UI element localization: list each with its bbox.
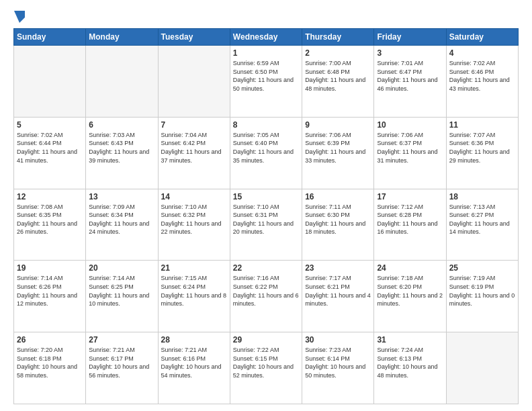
- calendar-cell: 31Sunrise: 7:24 AM Sunset: 6:13 PM Dayli…: [374, 332, 446, 404]
- day-info: Sunrise: 6:59 AM Sunset: 6:50 PM Dayligh…: [233, 59, 299, 93]
- day-info: Sunrise: 7:09 AM Sunset: 6:34 PM Dayligh…: [89, 203, 154, 236]
- day-info: Sunrise: 7:21 AM Sunset: 6:16 PM Dayligh…: [161, 346, 227, 379]
- day-number: 10: [377, 120, 443, 130]
- calendar-cell: 25Sunrise: 7:19 AM Sunset: 6:19 PM Dayli…: [446, 261, 518, 332]
- day-info: Sunrise: 7:06 AM Sunset: 6:39 PM Dayligh…: [305, 131, 371, 165]
- calendar-cell: [14, 46, 86, 118]
- day-info: Sunrise: 7:11 AM Sunset: 6:30 PM Dayligh…: [305, 203, 371, 236]
- calendar-cell: 3Sunrise: 7:01 AM Sunset: 6:47 PM Daylig…: [374, 46, 446, 118]
- day-number: 2: [305, 48, 371, 58]
- day-number: 21: [161, 263, 227, 273]
- day-number: 8: [233, 120, 299, 130]
- calendar-cell: 19Sunrise: 7:14 AM Sunset: 6:26 PM Dayli…: [14, 261, 86, 332]
- day-info: Sunrise: 7:22 AM Sunset: 6:15 PM Dayligh…: [233, 346, 299, 379]
- day-number: 19: [17, 263, 83, 273]
- calendar-cell: 10Sunrise: 7:06 AM Sunset: 6:37 PM Dayli…: [374, 117, 446, 189]
- day-info: Sunrise: 7:17 AM Sunset: 6:21 PM Dayligh…: [305, 274, 371, 308]
- calendar-cell: 29Sunrise: 7:22 AM Sunset: 6:15 PM Dayli…: [230, 332, 302, 404]
- calendar-cell: 18Sunrise: 7:13 AM Sunset: 6:27 PM Dayli…: [446, 189, 518, 261]
- day-number: 22: [233, 263, 299, 273]
- day-info: Sunrise: 7:01 AM Sunset: 6:47 PM Dayligh…: [377, 59, 443, 93]
- day-number: 14: [161, 192, 227, 201]
- day-info: Sunrise: 7:10 AM Sunset: 6:32 PM Dayligh…: [161, 203, 227, 236]
- calendar-cell: 6Sunrise: 7:03 AM Sunset: 6:43 PM Daylig…: [86, 117, 158, 189]
- calendar-cell: 13Sunrise: 7:09 AM Sunset: 6:34 PM Dayli…: [86, 189, 158, 261]
- day-info: Sunrise: 7:13 AM Sunset: 6:27 PM Dayligh…: [449, 203, 515, 236]
- day-header-monday: Monday: [86, 29, 158, 46]
- day-number: 7: [161, 120, 227, 130]
- calendar-cell: 12Sunrise: 7:08 AM Sunset: 6:35 PM Dayli…: [14, 189, 86, 261]
- day-info: Sunrise: 7:23 AM Sunset: 6:14 PM Dayligh…: [305, 346, 371, 379]
- day-number: 26: [17, 335, 83, 345]
- day-header-sunday: Sunday: [14, 29, 86, 46]
- day-info: Sunrise: 7:12 AM Sunset: 6:28 PM Dayligh…: [377, 203, 443, 236]
- day-info: Sunrise: 7:24 AM Sunset: 6:13 PM Dayligh…: [377, 346, 443, 379]
- day-info: Sunrise: 7:10 AM Sunset: 6:31 PM Dayligh…: [233, 203, 299, 236]
- day-info: Sunrise: 7:07 AM Sunset: 6:36 PM Dayligh…: [449, 131, 515, 165]
- day-number: 1: [233, 48, 299, 58]
- day-header-friday: Friday: [374, 29, 446, 46]
- calendar-cell: 14Sunrise: 7:10 AM Sunset: 6:32 PM Dayli…: [158, 189, 230, 261]
- day-number: 18: [449, 192, 515, 201]
- day-info: Sunrise: 7:03 AM Sunset: 6:43 PM Dayligh…: [89, 131, 154, 165]
- day-number: 24: [377, 263, 443, 273]
- day-number: 20: [89, 263, 154, 273]
- svg-marker-0: [14, 11, 25, 23]
- calendar-cell: 7Sunrise: 7:04 AM Sunset: 6:42 PM Daylig…: [158, 117, 230, 189]
- calendar-cell: [446, 332, 518, 404]
- day-number: 4: [449, 48, 515, 58]
- day-number: 5: [17, 120, 83, 130]
- day-header-tuesday: Tuesday: [158, 29, 230, 46]
- day-number: 6: [89, 120, 154, 130]
- day-info: Sunrise: 7:14 AM Sunset: 6:26 PM Dayligh…: [17, 274, 83, 308]
- day-number: 12: [17, 192, 83, 201]
- day-info: Sunrise: 7:04 AM Sunset: 6:42 PM Dayligh…: [161, 131, 227, 165]
- day-info: Sunrise: 7:15 AM Sunset: 6:24 PM Dayligh…: [161, 274, 227, 308]
- day-info: Sunrise: 7:18 AM Sunset: 6:20 PM Dayligh…: [377, 274, 443, 308]
- calendar-cell: 24Sunrise: 7:18 AM Sunset: 6:20 PM Dayli…: [374, 261, 446, 332]
- calendar-cell: [158, 46, 230, 118]
- week-row-2: 5Sunrise: 7:02 AM Sunset: 6:44 PM Daylig…: [14, 117, 519, 189]
- day-info: Sunrise: 7:02 AM Sunset: 6:44 PM Dayligh…: [17, 131, 83, 165]
- day-number: 3: [377, 48, 443, 58]
- day-number: 27: [89, 335, 154, 345]
- day-header-thursday: Thursday: [302, 29, 374, 46]
- day-number: 15: [233, 192, 299, 201]
- week-row-3: 12Sunrise: 7:08 AM Sunset: 6:35 PM Dayli…: [14, 189, 519, 261]
- day-number: 11: [449, 120, 515, 130]
- page: SundayMondayTuesdayWednesdayThursdayFrid…: [0, 0, 532, 411]
- week-row-5: 26Sunrise: 7:20 AM Sunset: 6:18 PM Dayli…: [14, 332, 519, 404]
- calendar-cell: [86, 46, 158, 118]
- day-info: Sunrise: 7:08 AM Sunset: 6:35 PM Dayligh…: [17, 203, 83, 236]
- calendar-cell: 23Sunrise: 7:17 AM Sunset: 6:21 PM Dayli…: [302, 261, 374, 332]
- day-number: 29: [233, 335, 299, 345]
- logo: [13, 11, 26, 23]
- day-number: 13: [89, 192, 154, 201]
- day-number: 31: [377, 335, 443, 345]
- day-header-wednesday: Wednesday: [230, 29, 302, 46]
- calendar-cell: 30Sunrise: 7:23 AM Sunset: 6:14 PM Dayli…: [302, 332, 374, 404]
- calendar-cell: 28Sunrise: 7:21 AM Sunset: 6:16 PM Dayli…: [158, 332, 230, 404]
- calendar-cell: 16Sunrise: 7:11 AM Sunset: 6:30 PM Dayli…: [302, 189, 374, 261]
- logo-icon: [14, 11, 25, 23]
- calendar-cell: 27Sunrise: 7:21 AM Sunset: 6:17 PM Dayli…: [86, 332, 158, 404]
- calendar-cell: 9Sunrise: 7:06 AM Sunset: 6:39 PM Daylig…: [302, 117, 374, 189]
- day-number: 23: [305, 263, 371, 273]
- day-info: Sunrise: 7:21 AM Sunset: 6:17 PM Dayligh…: [89, 346, 154, 379]
- calendar-cell: 5Sunrise: 7:02 AM Sunset: 6:44 PM Daylig…: [14, 117, 86, 189]
- header: [13, 11, 519, 23]
- day-number: 17: [377, 192, 443, 201]
- day-info: Sunrise: 7:20 AM Sunset: 6:18 PM Dayligh…: [17, 346, 83, 379]
- day-info: Sunrise: 7:14 AM Sunset: 6:25 PM Dayligh…: [89, 274, 154, 308]
- calendar-cell: 1Sunrise: 6:59 AM Sunset: 6:50 PM Daylig…: [230, 46, 302, 118]
- calendar-header-row: SundayMondayTuesdayWednesdayThursdayFrid…: [14, 29, 519, 46]
- day-header-saturday: Saturday: [446, 29, 518, 46]
- day-number: 30: [305, 335, 371, 345]
- calendar: SundayMondayTuesdayWednesdayThursdayFrid…: [13, 28, 519, 404]
- day-info: Sunrise: 7:06 AM Sunset: 6:37 PM Dayligh…: [377, 131, 443, 165]
- day-number: 16: [305, 192, 371, 201]
- calendar-cell: 15Sunrise: 7:10 AM Sunset: 6:31 PM Dayli…: [230, 189, 302, 261]
- day-info: Sunrise: 7:16 AM Sunset: 6:22 PM Dayligh…: [233, 274, 299, 308]
- calendar-cell: 8Sunrise: 7:05 AM Sunset: 6:40 PM Daylig…: [230, 117, 302, 189]
- calendar-cell: 20Sunrise: 7:14 AM Sunset: 6:25 PM Dayli…: [86, 261, 158, 332]
